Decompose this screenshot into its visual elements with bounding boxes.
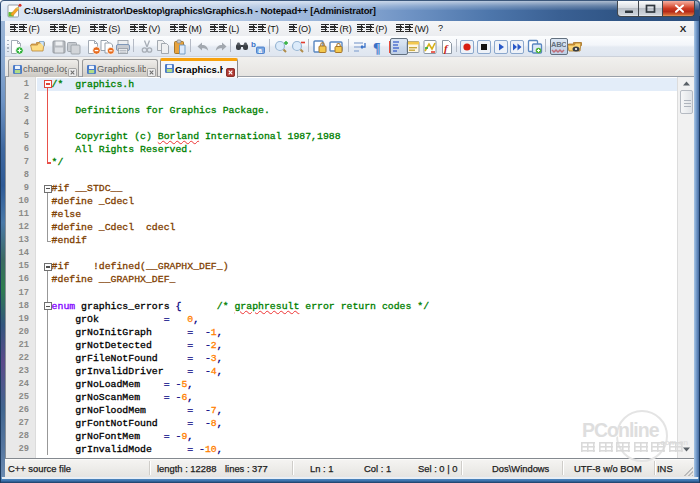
svg-text:¶: ¶ [373,40,381,55]
svg-text:b: b [251,40,256,49]
svg-text:a: a [258,46,262,53]
